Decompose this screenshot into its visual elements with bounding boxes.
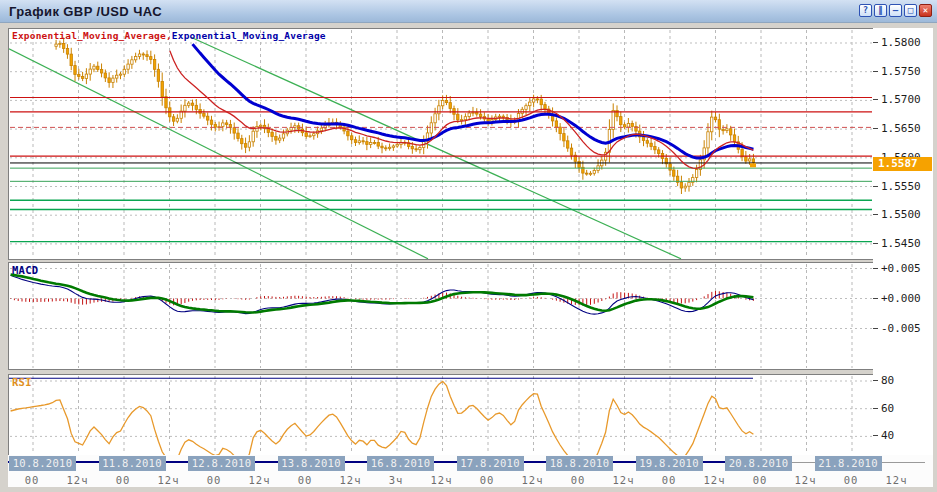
maximize-button[interactable]: □	[904, 4, 917, 17]
ema-label-blue: Exponential_Moving_Average	[172, 30, 326, 41]
date-badge: 16.8.2010	[367, 456, 434, 471]
time-label: 12ч	[520, 474, 546, 486]
time-label: 00	[747, 474, 773, 486]
time-label: 00	[19, 474, 45, 486]
time-label: 12ч	[156, 474, 182, 486]
date-axis[interactable]: 10.8.20100012ч11.8.20100012ч12.8.2010001…	[8, 455, 933, 487]
macd-plot	[9, 263, 873, 369]
date-badge: 18.8.2010	[546, 456, 613, 471]
macd-axis-label: -0.005	[881, 322, 921, 335]
axis-tick	[873, 128, 878, 129]
price-chart-panel[interactable]: Exponential_Moving_Average,Exponential_M…	[8, 28, 874, 260]
time-label: 00	[565, 474, 591, 486]
price-axis-label: 1.5700	[881, 93, 921, 106]
rsi-axis-label: 80	[881, 374, 894, 387]
window-controls: ?∥—□✕	[859, 4, 932, 17]
time-label: 3ч	[383, 474, 409, 486]
time-label: 00	[292, 474, 318, 486]
macd-axis-label: +0.005	[881, 262, 921, 275]
time-label: 00	[656, 474, 682, 486]
price-axis-label: 1.5450	[881, 237, 921, 250]
close-button[interactable]: ✕	[919, 4, 932, 17]
macd-label: MACD	[12, 264, 39, 276]
date-badge: 12.8.2010	[188, 456, 255, 471]
application-window: График GBP /USD ЧАС ?∥—□✕ Exponential_Mo…	[0, 0, 937, 492]
help-button[interactable]: ?	[859, 4, 872, 17]
time-label: 00	[838, 474, 864, 486]
axis-tick	[873, 71, 878, 72]
rsi-axis-label: 60	[881, 402, 894, 415]
time-label: 12ч	[338, 474, 364, 486]
price-axis-label: 1.5750	[881, 65, 921, 78]
ema-label-red: Exponential_Moving_Average,	[12, 30, 172, 41]
rollup-button[interactable]: ∥	[874, 4, 887, 17]
axis-tick	[873, 298, 878, 299]
date-badge: 10.8.2010	[9, 456, 76, 471]
rsi-label: RSI	[12, 376, 32, 388]
time-label: 12ч	[884, 474, 910, 486]
date-badge: 19.8.2010	[636, 456, 703, 471]
current-price-badge: 1.5587	[873, 157, 932, 171]
time-label: 12ч	[793, 474, 819, 486]
axis-tick	[873, 99, 878, 100]
price-axis-label: 1.5550	[881, 180, 921, 193]
date-badge: 20.8.2010	[725, 456, 792, 471]
macd-panel[interactable]: MACD	[8, 262, 874, 370]
axis-tick	[873, 380, 878, 381]
axis-tick	[873, 42, 878, 43]
axis-tick	[873, 243, 878, 244]
axis-tick	[873, 186, 878, 187]
candlestick-plot	[9, 29, 873, 259]
price-axis[interactable]: 1.58001.57501.57001.56501.56001.55501.55…	[873, 28, 933, 455]
rsi-panel[interactable]: RSI	[8, 374, 874, 457]
date-badge: 17.8.2010	[457, 456, 524, 471]
price-axis-label: 1.5500	[881, 208, 921, 221]
date-badge: 21.8.2010	[815, 456, 882, 471]
rsi-axis-label: 40	[881, 429, 894, 442]
time-label: 00	[110, 474, 136, 486]
time-label: 00	[201, 474, 227, 486]
time-label: 12ч	[247, 474, 273, 486]
time-label: 12ч	[429, 474, 455, 486]
axis-tick	[873, 328, 878, 329]
time-label: 00	[474, 474, 500, 486]
time-label: 12ч	[65, 474, 91, 486]
title-bar[interactable]: График GBP /USD ЧАС ?∥—□✕	[0, 0, 937, 23]
time-label: 12ч	[611, 474, 637, 486]
axis-tick	[873, 435, 878, 436]
time-label: 12ч	[702, 474, 728, 486]
indicator-labels: Exponential_Moving_Average,Exponential_M…	[12, 30, 326, 41]
macd-axis-label: +0.000	[881, 292, 921, 305]
price-axis-label: 1.5650	[881, 122, 921, 135]
axis-tick	[873, 268, 878, 269]
minimize-button[interactable]: —	[889, 4, 902, 17]
date-badge: 11.8.2010	[99, 456, 166, 471]
rsi-plot	[9, 375, 873, 456]
price-axis-label: 1.5800	[881, 36, 921, 49]
date-badge: 13.8.2010	[278, 456, 345, 471]
axis-tick	[873, 214, 878, 215]
window-title: График GBP /USD ЧАС	[9, 4, 162, 19]
axis-tick	[873, 408, 878, 409]
